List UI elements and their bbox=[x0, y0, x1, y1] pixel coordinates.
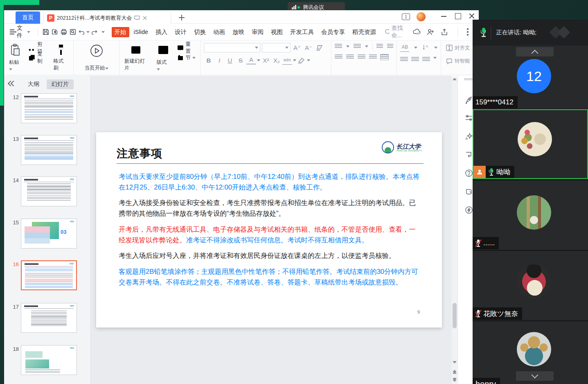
document-tab[interactable]: P 202112计科...考试考前教育大会 bbox=[43, 11, 171, 24]
font-color-button[interactable]: A bbox=[246, 56, 256, 65]
scrollbar-thumb[interactable] bbox=[453, 303, 457, 328]
distribute-button[interactable] bbox=[381, 54, 388, 60]
paragraph-5[interactable]: 客观题用2B铅笔填涂作答；主观题用黑色中性笔作答；不得用铅笔作答。考试结束前的3… bbox=[119, 267, 421, 287]
ribbon-tab-design[interactable]: 设计 bbox=[172, 27, 189, 37]
line-spacing-button-3[interactable] bbox=[422, 57, 430, 62]
pinyin-guide-button[interactable]: wén bbox=[282, 56, 292, 65]
reset-button[interactable]: 重置 bbox=[176, 43, 197, 53]
editing-canvas[interactable]: 注意事项 长江大学YANGTZE UNIVERSITY 考试当天要求至少提前80… bbox=[91, 76, 452, 384]
undo-caret[interactable] bbox=[86, 31, 90, 33]
line-spacing-button-1[interactable] bbox=[400, 57, 408, 62]
more-menu-icon[interactable] bbox=[467, 28, 469, 36]
font-size-combo[interactable] bbox=[262, 43, 291, 52]
align-center-button[interactable] bbox=[346, 54, 354, 60]
paragraph-3[interactable]: 开考后，凡带有无线通讯工具、电子存储器及与考试相关的书籍、纸条的，不管是否使用、… bbox=[119, 224, 421, 245]
collapse-panel-icon[interactable] bbox=[8, 81, 16, 88]
more-quick-icon[interactable] bbox=[99, 27, 107, 37]
decrease-indent-button[interactable] bbox=[376, 44, 383, 49]
bold-button[interactable]: B bbox=[204, 56, 214, 65]
ribbon-tab-islide[interactable]: iSlide bbox=[131, 27, 151, 36]
italic-button[interactable]: I bbox=[214, 56, 224, 65]
bullets-button[interactable] bbox=[335, 44, 342, 49]
ribbon-tab-home[interactable]: 开始 bbox=[112, 27, 129, 37]
share-icon[interactable] bbox=[440, 28, 448, 36]
ribbon-tab-review[interactable]: 审阅 bbox=[249, 27, 266, 37]
scroll-participants-up-button[interactable] bbox=[516, 47, 554, 56]
ribbon-tab-docer[interactable]: 稻壳资源 bbox=[349, 27, 379, 37]
slide-body[interactable]: 考试当天要求至少提前80分钟（早上7:10前、中午12:40前）到达考点通道，排… bbox=[119, 172, 421, 293]
increase-indent-button[interactable] bbox=[387, 44, 393, 49]
clear-format-icon[interactable] bbox=[315, 45, 323, 51]
export-button[interactable] bbox=[51, 27, 59, 37]
participant-name: 159****0412 bbox=[475, 98, 514, 106]
pane-grip[interactable] bbox=[464, 78, 473, 80]
align-right-button[interactable] bbox=[358, 54, 365, 60]
home-tab[interactable]: 首页 bbox=[16, 11, 40, 24]
numbering-button[interactable] bbox=[354, 44, 361, 49]
tab-slides[interactable]: 幻灯片 bbox=[47, 79, 74, 89]
underline-button[interactable]: U bbox=[225, 56, 235, 65]
previous-slide-button[interactable] bbox=[452, 370, 457, 374]
scroll-up-button[interactable] bbox=[452, 78, 457, 80]
undo-button[interactable] bbox=[78, 27, 86, 37]
participant-tile-5[interactable]: henry bbox=[473, 321, 588, 384]
paragraph-2[interactable]: 考生入场接受身份验证和安全检查，考生只准携带报考点和招生单位在准考证上注明的考试… bbox=[119, 198, 421, 219]
minimize-button[interactable] bbox=[440, 12, 448, 20]
play-from-current-button[interactable]: 当页开始 bbox=[77, 43, 116, 72]
participant-tile-3[interactable]: ...... bbox=[473, 180, 588, 249]
slide-title[interactable]: 注意事项 bbox=[117, 146, 162, 161]
close-button[interactable] bbox=[468, 12, 475, 20]
ribbon-tab-transition[interactable]: 切换 bbox=[191, 27, 209, 37]
ribbon-tab-slideshow[interactable]: 放映 bbox=[230, 27, 247, 37]
change-case-button[interactable]: AB bbox=[400, 43, 409, 52]
redo-button[interactable] bbox=[90, 27, 98, 37]
tab-outline[interactable]: 大纲 bbox=[23, 79, 44, 89]
paste-button[interactable]: 粘贴 bbox=[7, 43, 24, 72]
ribbon-tab-insert[interactable]: 插入 bbox=[153, 27, 170, 37]
add-user-icon[interactable] bbox=[426, 28, 435, 36]
ribbon-tab-developer[interactable]: 开发工具 bbox=[287, 27, 317, 37]
maximize-button[interactable] bbox=[454, 12, 462, 20]
paragraph-1[interactable]: 考试当天要求至少提前80分钟（早上7:10前、中午12:40前）到达考点通道，排… bbox=[119, 172, 421, 192]
find-command-box[interactable]: 查找命... bbox=[385, 25, 406, 39]
format-painter-button[interactable]: 格式刷 bbox=[52, 43, 70, 72]
print-preview-button[interactable] bbox=[69, 27, 77, 37]
align-left-button[interactable] bbox=[335, 54, 342, 60]
shrink-font-button[interactable]: A⁻ bbox=[304, 43, 313, 52]
ribbon-tab-view[interactable]: 视图 bbox=[268, 27, 286, 37]
new-tab-button[interactable] bbox=[178, 14, 186, 22]
grow-font-button[interactable]: A⁺ bbox=[292, 43, 302, 52]
ribbon-tab-member[interactable]: 会员专享 bbox=[318, 27, 348, 37]
font-name-combo[interactable] bbox=[204, 43, 260, 52]
user-avatar[interactable] bbox=[417, 12, 426, 21]
subscript-button[interactable]: X₂ bbox=[272, 56, 282, 65]
justify-button[interactable] bbox=[369, 54, 377, 60]
text-direction-icon[interactable]: A bbox=[422, 44, 429, 51]
align-text-button[interactable]: 对齐文 bbox=[444, 43, 475, 53]
next-slide-button[interactable] bbox=[452, 378, 457, 382]
participant-tile-1[interactable]: 12 159****0412 bbox=[473, 46, 588, 108]
superscript-button[interactable]: X² bbox=[261, 56, 271, 65]
save-button[interactable] bbox=[42, 27, 50, 37]
slide-page[interactable]: 注意事项 长江大学YANGTZE UNIVERSITY 考试当天要求至少提前80… bbox=[96, 132, 442, 328]
file-menu[interactable]: 文件 bbox=[4, 25, 34, 39]
participant-tile-2-active[interactable]: 呦呦 bbox=[473, 109, 588, 179]
layout-button[interactable]: 版式 bbox=[155, 43, 171, 72]
new-slide-button[interactable]: 新建幻灯片 bbox=[123, 43, 151, 72]
cloud-sync-icon[interactable] bbox=[412, 28, 421, 36]
smart-convert-button[interactable]: 转智能 bbox=[444, 56, 475, 66]
strikethrough-button[interactable]: S bbox=[236, 56, 246, 65]
highlight-icon[interactable] bbox=[297, 57, 306, 63]
split-window-icon[interactable]: 1 bbox=[402, 14, 410, 20]
vertical-scrollbar[interactable] bbox=[452, 77, 457, 384]
participant-tile-4[interactable]: 花敗ツ無奈 bbox=[473, 250, 588, 320]
scroll-down-button[interactable] bbox=[452, 361, 457, 364]
copy-button[interactable]: 复制 bbox=[27, 53, 48, 63]
ribbon-tab-animation[interactable]: 动画 bbox=[210, 27, 228, 37]
paragraph-4[interactable]: 考生入场后应对号入座，并将准考证和有效居民身份证放在课桌的左上方，以便监考员核验… bbox=[119, 251, 421, 261]
close-doc-icon[interactable] bbox=[142, 16, 147, 20]
present-monitor-icon[interactable] bbox=[134, 16, 140, 20]
line-spacing-button-2[interactable] bbox=[411, 57, 419, 62]
print-button[interactable] bbox=[60, 27, 68, 37]
scroll-participants-down-button[interactable] bbox=[516, 371, 554, 381]
